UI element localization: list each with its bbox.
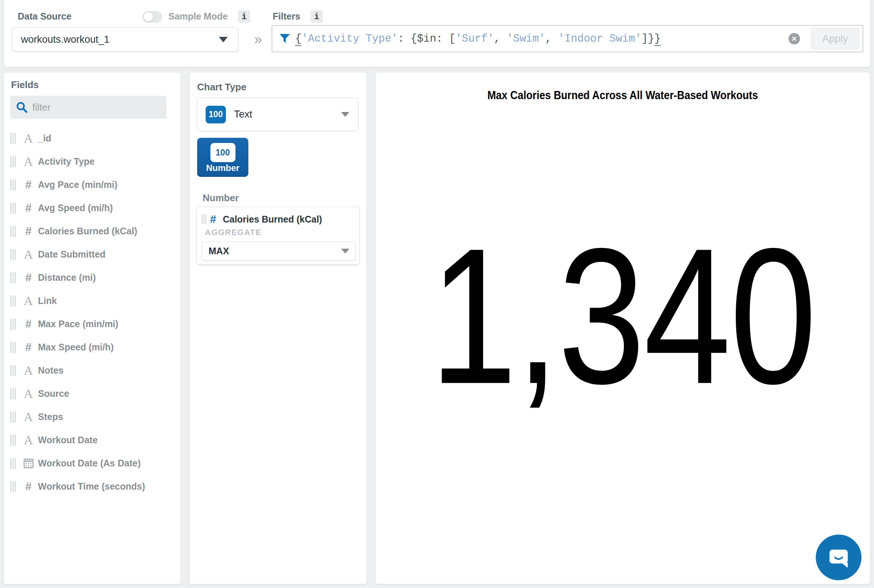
chat-bubble-icon [826, 545, 851, 570]
drag-handle-icon[interactable] [10, 319, 11, 330]
field-row[interactable]: #Distance (mi) [10, 266, 177, 289]
drag-handle-icon[interactable] [10, 249, 11, 260]
drag-handle-icon[interactable] [10, 411, 11, 423]
collapse-icon[interactable]: » [254, 32, 262, 48]
field-row[interactable]: #Max Pace (min/mi) [10, 312, 177, 336]
number-tile-label: Number [197, 163, 248, 173]
string-type-icon: A [20, 132, 36, 146]
field-label: Workout Time (seconds) [38, 481, 145, 492]
filter-token-punct: : {$in: [ [397, 33, 456, 45]
sample-mode-toggle[interactable] [142, 11, 162, 22]
toggle-knob [143, 12, 153, 22]
data-source-select[interactable]: workouts.workout_1 [12, 27, 238, 52]
clear-icon[interactable]: ✕ [789, 33, 800, 45]
field-row[interactable]: ASource [10, 382, 177, 405]
drag-handle-icon[interactable] [10, 342, 11, 353]
number-chart-type-icon: 100 [210, 143, 235, 162]
drag-handle-icon[interactable] [10, 388, 11, 399]
chevron-down-icon [219, 37, 228, 42]
field-label: Link [38, 296, 57, 306]
filter-token-string: 'Swim' [507, 33, 545, 45]
field-row[interactable]: Workout Date (As Date) [10, 452, 177, 475]
filter-query-input[interactable]: {'Activity Type': {$in: ['Surf', 'Swim',… [271, 25, 864, 52]
encoded-field-row[interactable]: # Calories Burned (kCal) [202, 213, 322, 225]
chat-launcher-button[interactable] [816, 535, 862, 580]
chart-title: Max Calories Burned Across All Water-Bas… [375, 89, 870, 102]
field-label: Notes [38, 365, 63, 376]
chart-number-value: 1,340 [413, 210, 833, 423]
drag-handle-icon[interactable] [10, 272, 11, 284]
number-type-icon: # [20, 318, 36, 331]
field-search-box[interactable] [10, 96, 166, 118]
filter-funnel-icon [279, 33, 291, 45]
field-label: Max Speed (mi/h) [38, 342, 114, 352]
search-icon [15, 101, 28, 114]
drag-handle-icon[interactable] [10, 156, 11, 167]
field-row[interactable]: AActivity Type [10, 150, 177, 173]
number-type-icon: # [20, 201, 36, 215]
field-row[interactable]: ALink [10, 289, 177, 312]
field-label: Date Submitted [38, 249, 105, 260]
chart-type-panel: Chart Type 100 Text 100 Number Number # … [189, 73, 367, 584]
field-row[interactable]: #Avg Pace (min/mi) [10, 173, 177, 196]
sample-mode-info-icon[interactable]: i [238, 10, 250, 23]
field-row[interactable]: #Calories Burned (kCal) [10, 220, 177, 243]
field-label: Calories Burned (kCal) [38, 226, 138, 237]
chart-preview-panel: Max Calories Burned Across All Water-Bas… [375, 73, 870, 584]
number-type-icon: # [20, 178, 36, 192]
top-bar: Data Source Sample Mode i workouts.worko… [4, 0, 870, 67]
field-row[interactable]: A_id [10, 127, 177, 150]
field-row[interactable]: #Max Speed (mi/h) [10, 336, 177, 359]
drag-handle-icon[interactable] [10, 226, 11, 237]
number-type-icon: # [20, 271, 36, 284]
drag-handle-icon[interactable] [10, 179, 11, 190]
field-label: Source [38, 388, 69, 399]
filter-token-punct: { [295, 33, 301, 46]
field-label: Workout Date (As Date) [38, 458, 141, 469]
chart-type-select[interactable]: 100 Text [197, 98, 358, 131]
string-type-icon: A [20, 410, 36, 424]
number-type-icon: # [20, 341, 36, 354]
number-type-icon: # [20, 225, 36, 238]
field-row[interactable]: ASteps [10, 405, 177, 429]
field-row[interactable]: ANotes [10, 359, 177, 382]
drag-handle-icon[interactable] [10, 202, 11, 214]
number-encoding-card: # Calories Burned (kCal) AGGREGATE MAX [196, 207, 360, 264]
drag-handle-icon[interactable] [202, 214, 202, 224]
chevron-down-icon [341, 249, 349, 254]
filter-token-punct: , [494, 33, 507, 45]
drag-handle-icon[interactable] [10, 365, 11, 376]
filters-label: Filters [273, 11, 300, 22]
number-chart-type-tile[interactable]: 100 Number [197, 138, 248, 177]
fields-panel: Fields A_idAActivity Type#Avg Pace (min/… [4, 73, 181, 584]
number-section-title: Number [202, 192, 239, 204]
fields-panel-title: Fields [11, 79, 39, 91]
aggregate-value: MAX [208, 246, 341, 256]
filters-info-icon[interactable]: i [310, 10, 323, 23]
filter-query-text: {'Activity Type': {$in: ['Surf', 'Swim',… [295, 33, 661, 45]
field-row[interactable]: ADate Submitted [10, 243, 177, 266]
filter-token-punct: } [654, 33, 661, 46]
field-row[interactable]: #Workout Time (seconds) [10, 475, 177, 498]
field-label: Avg Pace (min/mi) [38, 179, 117, 190]
number-type-icon: # [210, 213, 216, 225]
drag-handle-icon[interactable] [10, 481, 11, 492]
text-chart-type-icon: 100 [205, 106, 226, 123]
filter-token-string: 'Activity Type' [301, 33, 397, 45]
apply-button[interactable]: Apply [811, 28, 859, 50]
chart-type-value: Text [234, 109, 341, 120]
number-type-icon: # [20, 480, 36, 494]
data-source-label: Data Source [18, 11, 72, 22]
field-search-input[interactable] [32, 102, 154, 113]
drag-handle-icon[interactable] [10, 435, 11, 446]
aggregate-select[interactable]: MAX [202, 242, 355, 261]
drag-handle-icon[interactable] [10, 458, 11, 469]
field-row[interactable]: #Avg Speed (mi/h) [10, 196, 177, 220]
field-row[interactable]: AWorkout Date [10, 429, 177, 452]
filter-token-punct: , [545, 33, 558, 45]
drag-handle-icon[interactable] [10, 296, 11, 306]
field-label: Avg Speed (mi/h) [38, 202, 113, 213]
data-source-value: workouts.workout_1 [21, 34, 219, 45]
field-label: Workout Date [38, 435, 97, 446]
drag-handle-icon[interactable] [10, 133, 11, 144]
